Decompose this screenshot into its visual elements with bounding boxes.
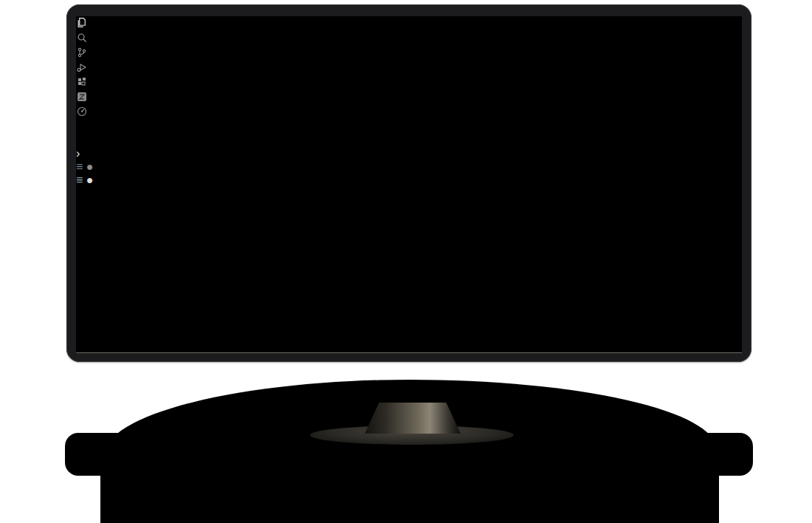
- workspace-root[interactable]: ›: [76, 147, 742, 160]
- files-icon: [76, 16, 89, 29]
- vscode-window: ··· › ›: [76, 16, 742, 200]
- run-debug-icon: [76, 61, 88, 73]
- tab-actions: ···: [76, 187, 742, 200]
- stage: ··· › ›: [0, 0, 812, 523]
- activity-zowe[interactable]: [76, 106, 742, 120]
- cobol-file-icon: ≡: [76, 174, 83, 186]
- tab-bar: ≡ ● ≡ ● ···: [76, 160, 742, 200]
- activity-search[interactable]: [76, 32, 742, 47]
- monitor-bezel: ··· › ›: [66, 4, 751, 362]
- z-open-editor-icon: [76, 91, 88, 103]
- monitor-stand-neck: [378, 360, 447, 406]
- activity-bar: [76, 16, 742, 120]
- extensions-icon: [76, 76, 88, 88]
- tab-sam1[interactable]: ≡ ●: [76, 174, 742, 187]
- views-more-actions-icon[interactable]: ···: [76, 120, 88, 133]
- chevron-down-icon: ›: [76, 147, 80, 160]
- monitor-screen: ··· › ›: [76, 16, 742, 352]
- editor-more-actions-icon[interactable]: ···: [76, 191, 86, 199]
- activity-z-open-editor[interactable]: [76, 91, 742, 106]
- tab-sam2[interactable]: ≡ ●: [76, 160, 742, 174]
- sidebar-header: ···: [76, 120, 742, 134]
- explorer-sidebar: ··· › ›: [76, 120, 742, 160]
- cobol-file-icon: ≡: [76, 160, 83, 173]
- zowe-icon: [76, 106, 88, 117]
- modified-dot-icon[interactable]: ●: [86, 160, 94, 173]
- activity-run-debug[interactable]: [76, 61, 742, 76]
- source-control-icon: [76, 47, 88, 58]
- activity-source-control[interactable]: [76, 47, 742, 61]
- search-icon: [76, 32, 88, 44]
- activity-explorer[interactable]: [76, 16, 742, 32]
- monitor-shadow: [100, 465, 719, 523]
- editor-group: ≡ ● ≡ ● ···: [76, 160, 742, 200]
- chevron-down-icon: ›: [76, 134, 80, 146]
- monitor-stand-flare: [365, 403, 461, 434]
- modified-dot-icon[interactable]: ●: [86, 174, 94, 186]
- workbench: ··· › ›: [76, 16, 742, 200]
- activity-extensions[interactable]: [76, 76, 742, 91]
- open-editors-section[interactable]: ›: [76, 134, 742, 147]
